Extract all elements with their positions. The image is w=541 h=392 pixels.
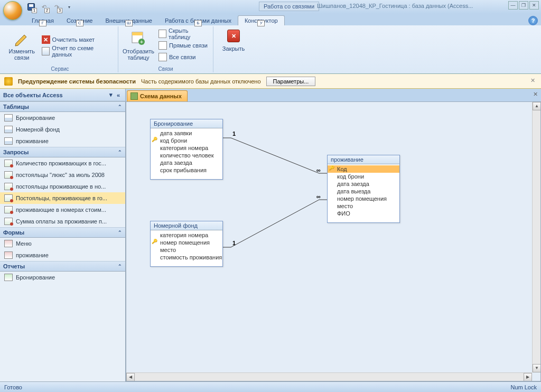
table-field[interactable]: дата выезда: [328, 188, 399, 195]
nav-item[interactable]: Бронирование: [0, 272, 125, 283]
nav-item[interactable]: проживание: [0, 135, 125, 147]
security-text: Часть содержимого базы данных отключено: [141, 78, 261, 85]
nav-dropdown-icon[interactable]: ▾: [109, 91, 113, 98]
table-field[interactable]: место: [151, 246, 222, 254]
relations-icon: [130, 92, 138, 100]
qat-dropdown[interactable]: ▾: [63, 2, 75, 12]
nav-group-header[interactable]: Запросы⌃: [0, 147, 125, 157]
edit-relations-button[interactable]: Изменить связи: [4, 26, 40, 64]
table-field[interactable]: срок прибывания: [151, 166, 222, 174]
table-field[interactable]: место: [328, 202, 399, 210]
nav-item[interactable]: Постояльцы, проживающие в го...: [0, 192, 125, 204]
all-relations-button[interactable]: Все связи: [156, 51, 211, 63]
table-field[interactable]: категория номера: [151, 144, 222, 152]
direct-relations-button[interactable]: Прямые связи: [156, 40, 211, 51]
svg-text:+: +: [140, 39, 143, 45]
navigation-pane: Все объекты Access ▾ « Таблицы⌃Бронирова…: [0, 89, 126, 381]
relation-cardinality: ∞: [316, 167, 321, 173]
table-header[interactable]: проживание: [328, 155, 399, 164]
security-options-button[interactable]: Параметры...: [266, 77, 316, 86]
nav-item[interactable]: постояльцы проживающие в но...: [0, 181, 125, 192]
table-box[interactable]: проживаниеКодкод бронидата заездадата вы…: [327, 155, 400, 223]
nav-item[interactable]: постояльцы "люкс" за июль 2008: [0, 169, 125, 181]
clear-layout-button[interactable]: ✕Очистить макет: [40, 34, 116, 45]
status-bar: Готово Num Lock: [0, 381, 541, 392]
show-table-button[interactable]: + Отобразить таблицу: [120, 26, 156, 64]
doc-close-button[interactable]: ✕: [531, 91, 539, 98]
chevron-icon: ⌃: [118, 150, 122, 155]
table-icon: [4, 114, 13, 122]
all-icon: [158, 53, 167, 61]
nav-item[interactable]: Бронирование: [0, 112, 125, 124]
table-add-icon: +: [130, 30, 147, 47]
table-field[interactable]: номер помещения: [151, 239, 222, 246]
tab-Работа с базами данных[interactable]: Работа с базами данныхБ: [158, 16, 238, 25]
nav-item[interactable]: проживание: [0, 249, 125, 261]
table-field[interactable]: дата заезда: [151, 159, 222, 166]
query-icon: [4, 171, 13, 179]
titlebar: 1 ↶2 ↷3 ▾ Работа со связями Шишпанов_120…: [0, 0, 541, 14]
relations-canvas[interactable]: ▲▼ ◀▶ Бронированиедата заявкикод броника…: [126, 101, 541, 381]
table-header[interactable]: Бронирование: [151, 119, 222, 128]
help-button[interactable]: ?: [528, 16, 538, 25]
table-box[interactable]: Бронированиедата заявкикод броникатегори…: [150, 119, 223, 180]
table-field[interactable]: категория номера: [151, 231, 222, 239]
nav-header[interactable]: Все объекты Access ▾ «: [0, 89, 125, 101]
table-field[interactable]: дата заезда: [328, 180, 399, 188]
tab-keytip: Ш: [125, 20, 133, 26]
table-icon: [4, 137, 13, 145]
close-designer-button[interactable]: ✕ Закрыть: [216, 26, 251, 53]
nav-item[interactable]: Меню: [0, 238, 125, 249]
pencil-icon: [13, 30, 30, 47]
tab-keytip: Г: [39, 20, 46, 26]
svg-rect-1: [132, 32, 143, 35]
tab-keytip: Б: [194, 20, 202, 26]
report-icon: [4, 274, 13, 281]
qat-undo[interactable]: ↶2: [38, 2, 50, 12]
tab-Конструктор[interactable]: КонструкторУ: [238, 15, 285, 25]
table-field[interactable]: количество человек: [151, 152, 222, 159]
qat-redo[interactable]: ↷3: [51, 2, 62, 12]
relation-cardinality: 1: [232, 130, 236, 137]
qat-save[interactable]: 1: [25, 2, 37, 12]
doc-tab-schema[interactable]: Схема данных: [127, 90, 188, 101]
table-icon: [4, 126, 13, 133]
hide-table-button[interactable]: Скрыть таблицу: [156, 28, 211, 40]
relations-report-button[interactable]: Отчет по схеме данных: [40, 45, 116, 57]
minimize-button[interactable]: —: [508, 1, 518, 10]
horizontal-scrollbar[interactable]: ◀▶: [126, 372, 532, 381]
group-label: Связи: [118, 66, 213, 72]
shield-icon: [4, 77, 13, 86]
query-icon: [4, 218, 13, 225]
nav-collapse-button[interactable]: «: [115, 92, 122, 98]
tab-Внешние данные[interactable]: Внешние данныеШ: [99, 16, 158, 25]
table-field[interactable]: номер помещения: [328, 195, 399, 202]
tab-keytip: У: [257, 20, 265, 26]
table-field[interactable]: дата заявки: [151, 129, 222, 137]
table-box[interactable]: Номерной фондкатегория номераномер помещ…: [150, 221, 223, 267]
chevron-icon: ⌃: [118, 104, 122, 109]
restore-button[interactable]: ❐: [519, 1, 528, 10]
nav-item[interactable]: проживающие в номерах стоим...: [0, 204, 125, 216]
nav-item[interactable]: Сумма оплаты за проживание п...: [0, 216, 125, 227]
nav-item[interactable]: Количество проживающих в гос...: [0, 157, 125, 169]
nav-group-header[interactable]: Формы⌃: [0, 227, 125, 238]
table-field[interactable]: Код: [328, 165, 399, 173]
tab-Главная[interactable]: ГлавнаяГ: [25, 16, 60, 25]
office-button[interactable]: [3, 1, 22, 20]
direct-icon: [158, 41, 167, 50]
nav-group-header[interactable]: Таблицы⌃: [0, 101, 125, 112]
security-close-button[interactable]: ✕: [528, 77, 537, 86]
table-field[interactable]: код брони: [328, 173, 399, 180]
form-icon: [4, 251, 13, 259]
tab-Создание[interactable]: СозданиеС: [60, 16, 99, 25]
table-field[interactable]: ФИО: [328, 210, 399, 217]
security-title: Предупреждение системы безопасности: [18, 78, 136, 85]
table-header[interactable]: Номерной фонд: [151, 221, 222, 230]
close-button[interactable]: ✕: [529, 1, 539, 10]
nav-group-header[interactable]: Отчеты⌃: [0, 261, 125, 272]
table-field[interactable]: код брони: [151, 137, 222, 144]
table-field[interactable]: стоимость проживания: [151, 254, 222, 261]
nav-item[interactable]: Номерной фонд: [0, 124, 125, 135]
vertical-scrollbar[interactable]: ▲▼: [532, 102, 540, 372]
